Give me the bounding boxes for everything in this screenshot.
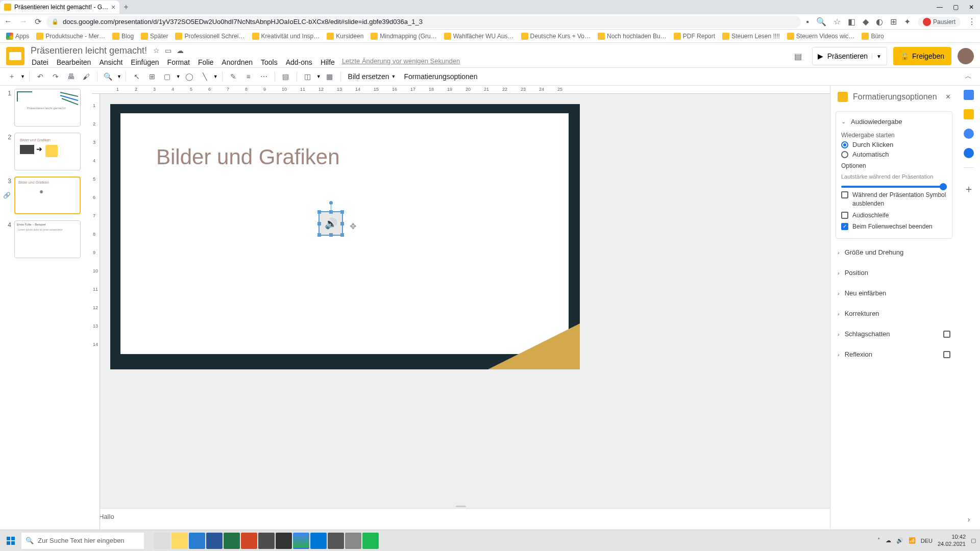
menu-datei[interactable]: Datei (31, 57, 50, 67)
comments-button[interactable]: ▤ (791, 48, 806, 64)
menu-bearbeiten[interactable]: Bearbeiten (56, 57, 92, 67)
resize-handle[interactable] (340, 222, 344, 226)
speaker-notes[interactable]: Hallo (92, 508, 830, 530)
checkbox-stop-on-slide-change[interactable]: Beim Folienwechsel beenden (841, 222, 947, 231)
app-icon[interactable] (328, 533, 344, 548)
reload-icon[interactable]: ⟳ (35, 17, 41, 27)
maximize-icon[interactable]: ▢ (953, 4, 959, 11)
resize-handle[interactable] (340, 210, 344, 214)
menu-anordnen[interactable]: Anordnen (220, 57, 254, 67)
new-slide-button[interactable]: ＋ (5, 70, 18, 83)
audio-object[interactable]: 🔊 ✥ (318, 211, 343, 236)
menu-dots-icon[interactable]: ⋮ (968, 17, 976, 27)
checkbox-loop[interactable]: Audioschleife (841, 211, 947, 220)
radio-automatic[interactable]: Automatisch (841, 151, 947, 158)
word-icon[interactable] (206, 533, 223, 548)
thumbnail-2[interactable]: Bilder und Grafiken ➔ (14, 133, 81, 170)
zoom-icon[interactable]: 🔍 (816, 17, 826, 27)
keep-icon[interactable] (964, 109, 974, 119)
replace-image-button[interactable]: Bild ersetzen▼ (345, 72, 399, 81)
notes-resize-handle[interactable] (92, 504, 830, 508)
expand-rail-icon[interactable]: › (968, 515, 970, 523)
section-recolor[interactable]: › Neu einfärben (830, 283, 958, 303)
bookmark-item[interactable]: Kreativität und Insp… (252, 33, 320, 40)
zoom-button[interactable]: 🔍 (102, 70, 115, 83)
bookmark-item[interactable]: PDF Report (674, 33, 715, 40)
excel-icon[interactable] (224, 533, 240, 548)
close-panel-icon[interactable]: × (946, 92, 950, 102)
rotate-handle[interactable] (329, 201, 333, 205)
spotify-icon[interactable] (362, 533, 379, 548)
bookmark-item[interactable]: Wahlfächer WU Aus… (444, 33, 514, 40)
app-icon[interactable] (345, 533, 361, 548)
close-tab-icon[interactable]: × (111, 3, 115, 11)
slide-title-text[interactable]: Bilder und Grafiken (156, 145, 340, 169)
shape-tool[interactable]: ◯ (183, 70, 196, 83)
blocker-icon[interactable]: ◆ (863, 17, 869, 27)
new-tab-button[interactable]: + (124, 3, 128, 12)
edge-classic-icon[interactable] (189, 533, 205, 548)
tasks-icon[interactable] (964, 129, 974, 139)
mask-button[interactable]: ▦ (323, 70, 336, 83)
thumbnail-3[interactable]: Bilder und Grafiken (14, 177, 81, 214)
taskbar-search[interactable]: 🔍 Zur Suche Text hier eingeben (21, 533, 144, 548)
bookmark-item[interactable]: Später (141, 33, 168, 40)
chrome-icon[interactable] (293, 533, 309, 548)
resize-handle[interactable] (317, 233, 321, 237)
contacts-icon[interactable] (964, 148, 974, 158)
back-icon[interactable]: ← (4, 17, 12, 27)
task-view-icon[interactable] (154, 533, 170, 548)
thumbnail-1[interactable]: Präsentieren leicht gemacht! (14, 89, 81, 127)
calendar-icon[interactable] (964, 90, 974, 100)
payment-icon[interactable]: ◐ (876, 17, 883, 27)
section-audio-playback[interactable]: ⌄ Audiowiedergabe (841, 116, 947, 128)
bookmark-item[interactable]: Blog (112, 33, 134, 40)
border-dash-button[interactable]: ⋯ (257, 70, 271, 83)
image-tool[interactable]: ▢ (161, 70, 174, 83)
textbox-tool[interactable]: ⊞ (145, 70, 159, 83)
last-edit-text[interactable]: Letzte Änderung vor wenigen Sekunden (342, 57, 460, 67)
menu-addons[interactable]: Add-ons (285, 57, 313, 67)
section-position[interactable]: › Position (830, 262, 958, 283)
bookmark-item[interactable]: Steuern Lesen !!!! (722, 33, 780, 40)
clock[interactable]: 10:4224.02.2021 (938, 534, 966, 547)
bookmark-star-icon[interactable]: ☆ (834, 17, 841, 27)
doc-title[interactable]: Präsentieren leicht gemacht! (31, 45, 147, 56)
resize-handle[interactable] (329, 233, 333, 237)
bookmark-item[interactable]: Büro (862, 33, 884, 40)
menu-folie[interactable]: Folie (197, 57, 214, 67)
menu-hilfe[interactable]: Hilfe (320, 57, 336, 67)
slide-canvas[interactable]: Bilder und Grafiken 🔊 ✥ (92, 94, 830, 504)
redo-button[interactable]: ↷ (49, 70, 62, 83)
collapse-toolbar-icon[interactable]: ︿ (962, 70, 975, 83)
notifications-icon[interactable]: ▢ (971, 537, 976, 544)
border-color-button[interactable]: ✎ (227, 70, 240, 83)
bookmark-item[interactable]: Noch hochladen Bu… (598, 33, 667, 40)
menu-tools[interactable]: Tools (260, 57, 279, 67)
comment-button[interactable]: ▤ (279, 70, 292, 83)
bookmark-item[interactable]: Steuern Videos wic… (787, 33, 855, 40)
resize-handle[interactable] (317, 222, 321, 226)
select-tool[interactable]: ↖ (130, 70, 143, 83)
line-tool[interactable]: ╲ (198, 70, 211, 83)
border-weight-button[interactable]: ≡ (242, 70, 255, 83)
apps-bookmark[interactable]: Apps (6, 33, 29, 40)
close-window-icon[interactable]: ✕ (969, 4, 974, 11)
reflection-toggle[interactable] (943, 351, 950, 358)
move-icon[interactable]: ▭ (165, 46, 172, 55)
menu-ansicht[interactable]: Ansicht (98, 57, 124, 67)
section-drop-shadow[interactable]: › Schlagschatten (830, 323, 958, 344)
volume-slider[interactable] (841, 186, 947, 188)
apps-grid-icon[interactable]: ⊞ (890, 17, 897, 27)
new-slide-dropdown[interactable]: ▼ (20, 74, 25, 79)
thumbnail-4[interactable]: Erste Folie – Beispiel Lorem ipsum dolor… (14, 220, 81, 258)
bookmark-item[interactable]: Produktsuche - Mer… (36, 33, 105, 40)
explorer-icon[interactable] (172, 533, 188, 548)
url-input[interactable]: 🔒 docs.google.com/presentation/d/1yV372S… (46, 16, 801, 28)
obs-icon[interactable] (276, 533, 292, 548)
resize-handle[interactable] (340, 233, 344, 237)
add-addon-icon[interactable]: ＋ (964, 182, 974, 196)
shadow-toggle[interactable] (943, 331, 950, 338)
minimize-icon[interactable]: — (937, 4, 943, 11)
bookmark-item[interactable]: Deutsche Kurs + Vo… (521, 33, 591, 40)
